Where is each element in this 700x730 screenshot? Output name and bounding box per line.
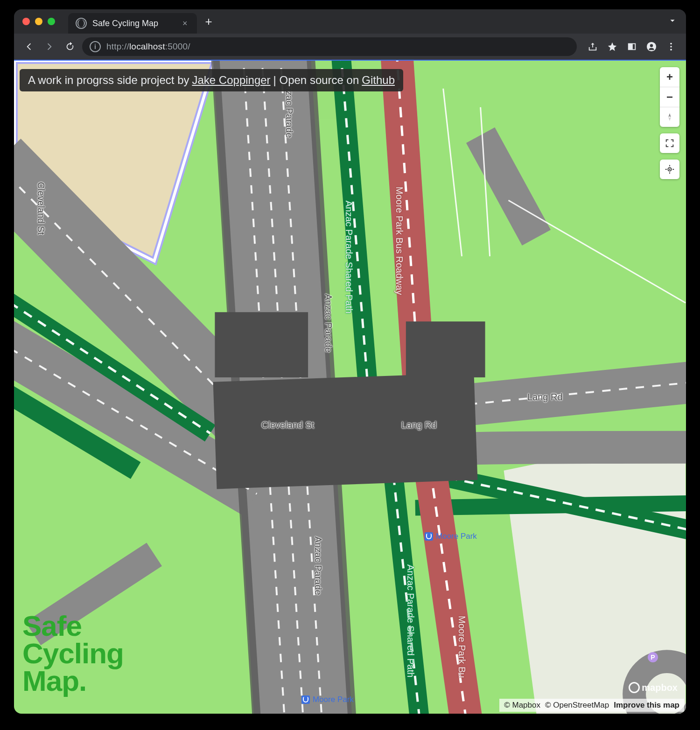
app-logo: Safe Cycling Map. — [22, 612, 124, 695]
attr-mapbox[interactable]: © Mapbox — [504, 701, 540, 710]
browser-tab[interactable]: Safe Cycling Map × — [68, 13, 197, 34]
transit-stop-moore-park[interactable]: Moore Park — [425, 532, 477, 541]
new-tab-button[interactable]: + — [205, 14, 212, 29]
titlebar: Safe Cycling Map × + — [14, 9, 686, 34]
reload-button[interactable] — [62, 38, 78, 55]
attr-osm[interactable]: © OpenStreetMap — [545, 701, 609, 710]
compass-button[interactable] — [660, 107, 679, 127]
forward-button[interactable] — [41, 38, 58, 55]
url-text: http://localhost:5000/ — [106, 42, 190, 52]
minimize-window-button[interactable] — [35, 18, 42, 25]
zoom-in-button[interactable]: + — [660, 67, 679, 87]
mapbox-icon — [629, 682, 640, 693]
svg-rect-23 — [213, 373, 478, 489]
project-banner: A work in progrss side project by Jake C… — [20, 69, 403, 91]
svg-point-1 — [670, 43, 672, 45]
bus-icon — [301, 695, 310, 704]
transit-stop-moore-park-2[interactable]: Moore Park — [301, 695, 354, 704]
browser-window: Safe Cycling Map × + i http://localhost:… — [14, 9, 686, 714]
svg-point-3 — [670, 49, 672, 51]
toolbar: i http://localhost:5000/ — [14, 34, 686, 60]
github-link[interactable]: Github — [362, 74, 395, 87]
svg-point-30 — [669, 169, 671, 170]
zoom-out-button[interactable]: − — [660, 87, 679, 107]
maximize-window-button[interactable] — [48, 18, 55, 25]
geolocate-button[interactable] — [660, 160, 679, 179]
svg-line-26 — [443, 89, 462, 256]
window-controls — [22, 18, 55, 25]
svg-rect-24 — [215, 312, 308, 377]
svg-point-2 — [670, 46, 672, 48]
site-info-icon[interactable]: i — [90, 41, 101, 52]
parking-marker[interactable]: P — [648, 652, 658, 662]
svg-rect-25 — [406, 321, 485, 377]
author-link[interactable]: Jake Coppinger — [192, 74, 270, 87]
close-window-button[interactable] — [22, 18, 30, 25]
mapbox-logo[interactable]: mapbox — [629, 682, 678, 693]
map-controls: + − — [660, 67, 679, 179]
profile-button[interactable] — [643, 38, 660, 55]
tabs-overflow-button[interactable] — [667, 15, 678, 28]
svg-line-17 — [341, 61, 369, 396]
improve-map-link[interactable]: Improve this map — [614, 701, 679, 710]
address-bar[interactable]: i http://localhost:5000/ — [82, 37, 577, 56]
bookmark-button[interactable] — [604, 38, 621, 55]
globe-icon — [76, 18, 87, 29]
side-panel-button[interactable] — [623, 38, 640, 55]
svg-line-9 — [481, 135, 537, 238]
fullscreen-button[interactable] — [660, 133, 679, 153]
svg-line-28 — [509, 201, 686, 303]
back-button[interactable] — [21, 38, 37, 55]
close-tab-button[interactable]: × — [182, 19, 188, 28]
map-viewport[interactable]: Cleveland St Anzac Parade Anzac Parade A… — [14, 60, 686, 714]
menu-button[interactable] — [663, 38, 679, 55]
map-attribution: © Mapbox © OpenStreetMap Improve this ma… — [499, 699, 684, 712]
share-button[interactable] — [584, 38, 601, 55]
tab-title: Safe Cycling Map — [92, 19, 158, 28]
bus-icon — [425, 532, 433, 541]
zoom-controls: + − — [660, 67, 679, 127]
